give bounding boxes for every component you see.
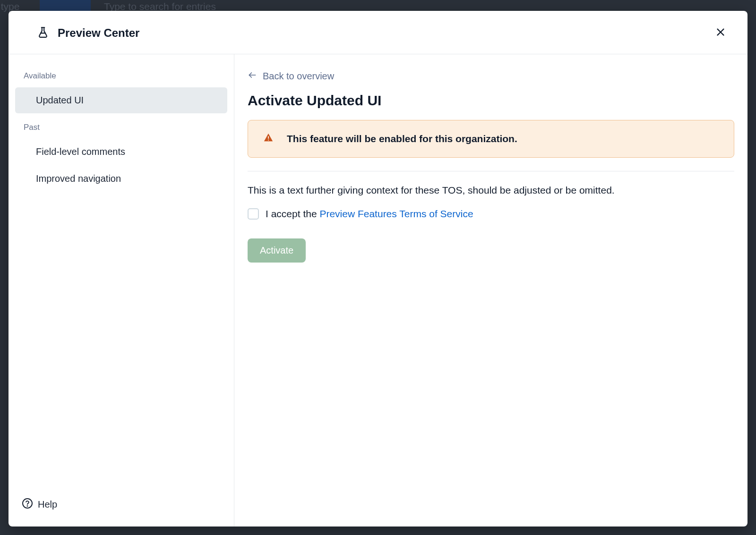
help-link[interactable]: Help [15,492,227,517]
sidebar-section-past: Past [15,114,227,139]
sidebar-section-available: Available [15,68,227,87]
warning-text: This feature will be enabled for this or… [287,133,517,144]
sidebar-item-field-comments[interactable]: Field-level comments [15,139,227,165]
preview-center-modal: Preview Center Available Updated UI Past… [9,11,747,527]
page-title: Activate Updated UI [248,93,734,109]
sidebar: Available Updated UI Past Field-level co… [9,54,234,527]
modal-header: Preview Center [9,11,747,54]
sidebar-item-label: Updated UI [36,95,84,105]
modal-title-group: Preview Center [37,26,139,40]
back-to-overview-link[interactable]: Back to overview [248,68,334,84]
sidebar-item-updated-ui[interactable]: Updated UI [15,87,227,113]
flask-icon [37,26,49,40]
tos-accept-row: I accept the Preview Features Terms of S… [248,208,734,220]
sidebar-item-label: Improved navigation [36,173,121,184]
modal-title: Preview Center [58,26,139,40]
accept-prefix: I accept the [266,208,319,219]
close-button[interactable] [713,24,729,42]
warning-icon [263,133,274,145]
divider [248,171,734,171]
help-label: Help [38,499,57,510]
activate-button[interactable]: Activate [248,238,306,263]
close-icon [715,27,726,39]
sidebar-item-improved-nav[interactable]: Improved navigation [15,166,227,192]
help-icon [22,498,33,511]
tos-accept-label: I accept the Preview Features Terms of S… [266,208,473,220]
modal-body: Available Updated UI Past Field-level co… [9,54,747,527]
sidebar-item-label: Field-level comments [36,146,125,157]
context-text: This is a text further giving context fo… [248,185,734,196]
svg-rect-5 [268,136,269,139]
tos-accept-checkbox[interactable] [248,208,259,220]
warning-banner: This feature will be enabled for this or… [248,120,734,158]
svg-point-3 [27,506,28,506]
back-label: Back to overview [263,71,334,82]
main-panel: Back to overview Activate Updated UI Thi… [234,54,747,527]
arrow-left-icon [248,70,257,82]
tos-link[interactable]: Preview Features Terms of Service [319,208,473,219]
svg-rect-6 [268,140,269,141]
